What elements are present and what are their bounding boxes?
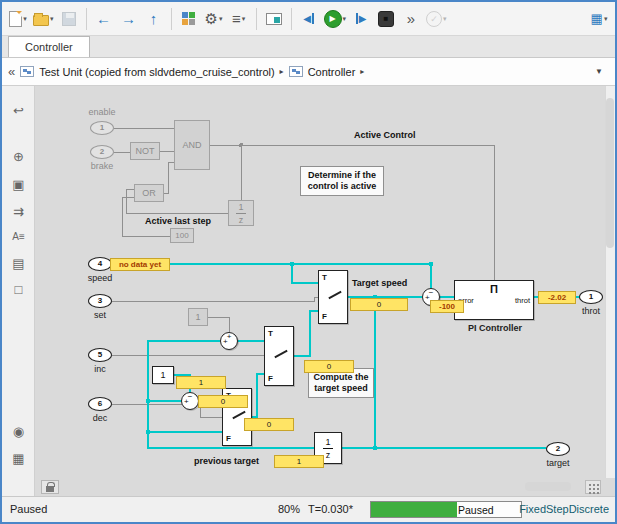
area-icon[interactable]: □ xyxy=(8,279,29,300)
nav-back-icon[interactable]: ↩ xyxy=(8,100,29,121)
settings-button[interactable]: ⚙▾ xyxy=(202,6,226,32)
gear-icon: ⚙ xyxy=(205,10,218,28)
pi-controller-block[interactable]: Π error throt xyxy=(454,280,534,320)
toolbar-separator xyxy=(291,8,292,30)
inport-label: set xyxy=(73,310,127,320)
open-caret[interactable]: ▾ xyxy=(50,15,54,23)
model-advisor-button[interactable] xyxy=(262,6,286,32)
image-icon[interactable]: ▤ xyxy=(8,253,29,274)
camera-icon[interactable]: ◉ xyxy=(8,421,29,442)
breadcrumb-item-current[interactable]: Controller xyxy=(308,66,356,78)
settings-caret[interactable]: ▾ xyxy=(219,15,223,23)
list-caret[interactable]: ▾ xyxy=(242,15,246,23)
left-palette: ↩ ⊕ ▣ ⇉ A≡ ▤ □ ◉ ▦ xyxy=(2,86,35,496)
switch-f-label: F xyxy=(226,434,231,443)
status-solver: FixedStepDiscrete xyxy=(519,503,609,515)
check-circle-icon: ✓ xyxy=(426,11,442,27)
list-icon: ≡ xyxy=(232,10,241,27)
horizontal-scrollbar[interactable] xyxy=(525,482,571,491)
forward-button[interactable]: → xyxy=(117,6,141,32)
value-badge-previous[interactable]: 1 xyxy=(274,455,324,468)
new-model-button[interactable]: ▾ xyxy=(6,6,30,32)
save-disk-icon xyxy=(62,12,76,26)
save-button[interactable] xyxy=(57,6,81,32)
toolbar-overflow-button[interactable]: » xyxy=(399,6,423,32)
open-button[interactable]: ▾ xyxy=(31,6,56,32)
breadcrumb-collapse-button[interactable]: « xyxy=(8,64,15,79)
run-button[interactable]: ▶▾ xyxy=(322,6,349,32)
stop-icon: ■ xyxy=(378,11,394,27)
breadcrumb-dropdown-button[interactable]: ▼ xyxy=(589,63,609,80)
vertical-scrollbar[interactable] xyxy=(605,86,615,478)
value-badge-switch-inc[interactable]: 0 xyxy=(304,360,354,373)
unit-delay-block[interactable]: 1 z xyxy=(228,200,254,226)
step-forward-button[interactable]: ▶ xyxy=(349,6,373,32)
inport-set[interactable]: 3 xyxy=(88,294,112,308)
tab-controller[interactable]: Controller xyxy=(8,36,90,57)
step-back-button[interactable]: ◀ xyxy=(297,6,321,32)
inport-label: speed xyxy=(73,273,127,283)
progress-label: Paused xyxy=(458,504,494,516)
constant-inc-block[interactable]: 1 xyxy=(188,308,208,326)
forward-arrow-icon: → xyxy=(121,10,136,27)
sum-inc-block[interactable]: + + xyxy=(220,332,238,350)
annotation-icon[interactable]: A≡ xyxy=(8,226,29,247)
list-button[interactable]: ≡▾ xyxy=(227,6,251,32)
model-canvas[interactable]: enable 1 2 brake 4 speed 3 set 5 inc 6 d… xyxy=(35,86,615,496)
data-inspector-button[interactable]: ▦▾ xyxy=(587,6,611,32)
grip-dots xyxy=(589,484,591,486)
value-badge-speed[interactable]: no data yet xyxy=(110,258,170,271)
switch-inc[interactable]: T F xyxy=(264,326,294,386)
switch-lever xyxy=(274,350,287,358)
constant-100-block[interactable]: 100 xyxy=(170,228,194,243)
resize-grip[interactable] xyxy=(585,480,601,494)
inport-inc[interactable]: 5 xyxy=(88,348,112,362)
data-inspector-caret[interactable]: ▾ xyxy=(604,15,608,23)
annotation-determine-box[interactable]: Determine if the control is active xyxy=(300,166,384,196)
double-arrow-icon[interactable]: ⇉ xyxy=(8,201,29,222)
value-badge-pi-input[interactable]: -100 xyxy=(430,300,464,313)
viewmarks-icon[interactable]: ▦ xyxy=(8,448,29,469)
new-model-icon xyxy=(9,11,22,27)
scrollbar-thumb[interactable] xyxy=(606,98,614,248)
inport-dec[interactable]: 6 xyxy=(88,397,112,411)
new-model-caret[interactable]: ▾ xyxy=(23,15,27,23)
inport-speed[interactable]: 4 xyxy=(88,257,112,271)
inport-label: dec xyxy=(73,413,127,423)
inport-brake[interactable]: 2 xyxy=(90,145,114,159)
outport-target[interactable]: 2 xyxy=(546,442,570,456)
value-badge-switch-dec[interactable]: 0 xyxy=(244,418,294,431)
outport-throt[interactable]: 1 xyxy=(579,290,603,304)
or-block[interactable]: OR xyxy=(134,184,164,202)
inport-enable[interactable]: 1 xyxy=(90,121,114,135)
library-browser-button[interactable] xyxy=(177,6,201,32)
pi-symbol: Π xyxy=(490,283,498,295)
back-arrow-icon: ← xyxy=(96,10,111,27)
run-caret[interactable]: ▾ xyxy=(343,15,347,23)
toolbar: ▾ ▾ ← → ↑ ⚙▾ ≡▾ ◀ ▶▾ ▶ ■ » ✓▾ ▦▾ xyxy=(2,2,615,36)
fraction-bar xyxy=(236,213,246,214)
not-block[interactable]: NOT xyxy=(130,142,160,160)
annotation-previous-target[interactable]: previous target xyxy=(194,456,259,466)
lock-button[interactable] xyxy=(41,480,59,494)
up-button[interactable]: ↑ xyxy=(142,6,166,32)
stop-button[interactable]: ■ xyxy=(374,6,398,32)
verify-caret[interactable]: ▾ xyxy=(443,15,447,23)
and-block[interactable]: AND xyxy=(174,120,210,170)
annotation-target-speed[interactable]: Target speed xyxy=(352,278,407,288)
value-badge-target-speed[interactable]: 0 xyxy=(350,298,408,311)
switch-target-speed[interactable]: T F xyxy=(318,270,348,324)
annotation-active-last-step[interactable]: Active last step xyxy=(145,216,211,226)
verify-button[interactable]: ✓▾ xyxy=(424,6,449,32)
value-badge-sum-dec[interactable]: 0 xyxy=(198,395,248,408)
zoom-in-icon[interactable]: ⊕ xyxy=(8,146,29,167)
fraction-bar xyxy=(323,448,333,449)
fit-to-view-icon[interactable]: ▣ xyxy=(8,174,29,195)
annotation-active-control[interactable]: Active Control xyxy=(354,130,416,140)
sum-dec-block[interactable]: − + xyxy=(181,392,199,410)
constant-dec-block[interactable]: 1 xyxy=(152,366,174,384)
back-button[interactable]: ← xyxy=(92,6,116,32)
value-badge-inc-const[interactable]: 1 xyxy=(176,376,226,389)
breadcrumb-item-root[interactable]: Test Unit (copied from sldvdemo_cruise_c… xyxy=(39,66,274,78)
value-badge-pi-output[interactable]: -2.02 xyxy=(538,291,576,304)
